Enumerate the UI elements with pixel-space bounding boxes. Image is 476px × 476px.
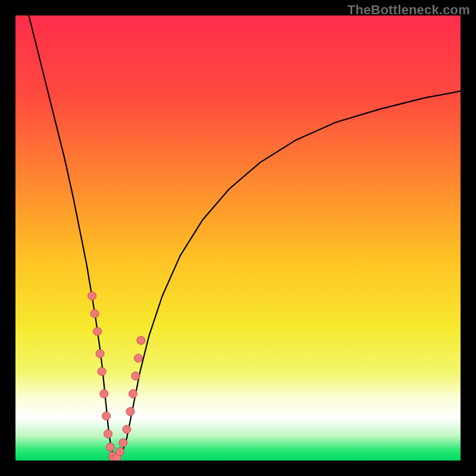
marker-point — [129, 390, 137, 398]
marker-point — [98, 367, 106, 375]
plot-area — [15, 15, 461, 461]
marker-point — [102, 412, 111, 420]
marker-point — [126, 408, 134, 416]
marker-point — [106, 443, 114, 452]
watermark-text: TheBottleneck.com — [347, 2, 470, 18]
marker-point — [131, 372, 140, 380]
marker-point — [90, 309, 99, 318]
outer-black-frame: TheBottleneck.com — [0, 0, 476, 476]
chart-svg — [15, 15, 461, 461]
marker-point — [100, 390, 108, 398]
marker-point — [134, 354, 142, 362]
marker-point — [93, 327, 102, 336]
marker-point — [137, 336, 145, 345]
marker-point — [116, 447, 124, 456]
marker-point — [104, 430, 112, 438]
gradient-background — [15, 15, 461, 461]
marker-point — [119, 439, 127, 447]
marker-point — [123, 425, 131, 434]
marker-point — [96, 349, 104, 358]
marker-point — [88, 292, 96, 300]
